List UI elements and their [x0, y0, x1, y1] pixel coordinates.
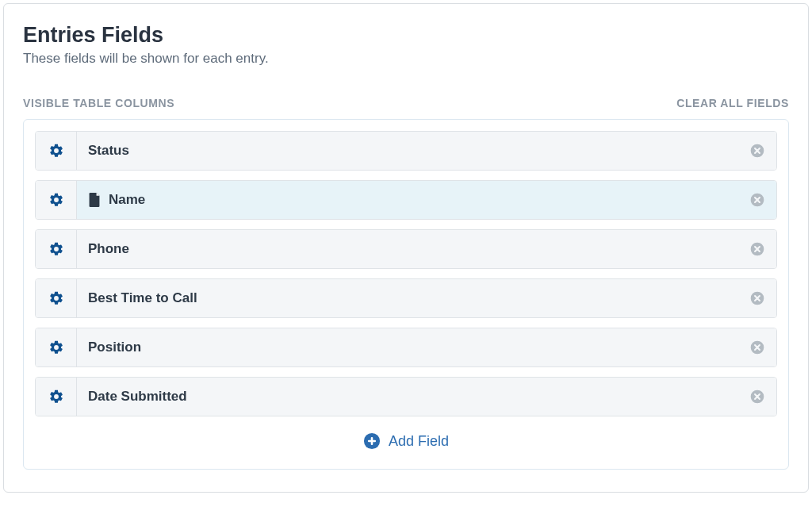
add-field-label: Add Field	[389, 433, 449, 450]
page-subtitle: These fields will be shown for each entr…	[23, 51, 789, 67]
entries-fields-panel: Entries Fields These fields will be show…	[3, 3, 809, 493]
field-body[interactable]: Phone	[77, 230, 749, 268]
field-body[interactable]: Name	[77, 181, 749, 219]
fields-panel: Status Name Phone Best Time to Call Posi…	[23, 119, 789, 470]
remove-field-button[interactable]	[749, 230, 776, 268]
visible-columns-label: VISIBLE TABLE COLUMNS	[23, 97, 174, 109]
clear-all-fields-button[interactable]: CLEAR ALL FIELDS	[676, 97, 789, 109]
remove-field-button[interactable]	[749, 279, 776, 317]
field-body[interactable]: Status	[77, 132, 749, 170]
remove-field-button[interactable]	[749, 181, 776, 219]
add-field-button[interactable]: Add Field	[363, 432, 449, 450]
svg-rect-8	[371, 437, 373, 445]
field-label: Name	[109, 192, 145, 208]
field-row[interactable]: Best Time to Call	[35, 278, 777, 318]
field-settings-button[interactable]	[36, 181, 77, 219]
file-icon	[88, 193, 101, 207]
field-settings-button[interactable]	[36, 279, 77, 317]
close-circle-icon	[749, 290, 765, 306]
remove-field-button[interactable]	[749, 378, 776, 416]
field-settings-button[interactable]	[36, 328, 77, 366]
field-body[interactable]: Best Time to Call	[77, 279, 749, 317]
gear-icon	[48, 143, 64, 159]
field-label: Position	[88, 340, 141, 355]
field-settings-button[interactable]	[36, 132, 77, 170]
remove-field-button[interactable]	[749, 328, 776, 366]
field-row[interactable]: Position	[35, 328, 777, 367]
field-label: Best Time to Call	[88, 290, 197, 306]
page-title: Entries Fields	[23, 23, 789, 48]
field-label: Status	[88, 143, 129, 159]
close-circle-icon	[749, 389, 765, 405]
field-row[interactable]: Status	[35, 131, 777, 171]
close-circle-icon	[749, 192, 765, 208]
remove-field-button[interactable]	[749, 132, 776, 170]
gear-icon	[48, 241, 64, 257]
close-circle-icon	[749, 143, 765, 159]
gear-icon	[48, 290, 64, 306]
field-body[interactable]: Date Submitted	[77, 378, 749, 416]
gear-icon	[48, 389, 64, 405]
fields-list: Status Name Phone Best Time to Call Posi…	[35, 131, 777, 416]
close-circle-icon	[749, 340, 765, 355]
field-row[interactable]: Name	[35, 180, 777, 220]
columns-header-row: VISIBLE TABLE COLUMNS CLEAR ALL FIELDS	[23, 97, 789, 109]
field-row[interactable]: Phone	[35, 229, 777, 269]
field-body[interactable]: Position	[77, 328, 749, 366]
field-label: Date Submitted	[88, 389, 187, 405]
field-settings-button[interactable]	[36, 378, 77, 416]
plus-circle-icon	[363, 432, 381, 450]
field-settings-button[interactable]	[36, 230, 77, 268]
gear-icon	[48, 340, 64, 355]
gear-icon	[48, 192, 64, 208]
field-row[interactable]: Date Submitted	[35, 377, 777, 416]
field-label: Phone	[88, 241, 129, 257]
close-circle-icon	[749, 241, 765, 257]
